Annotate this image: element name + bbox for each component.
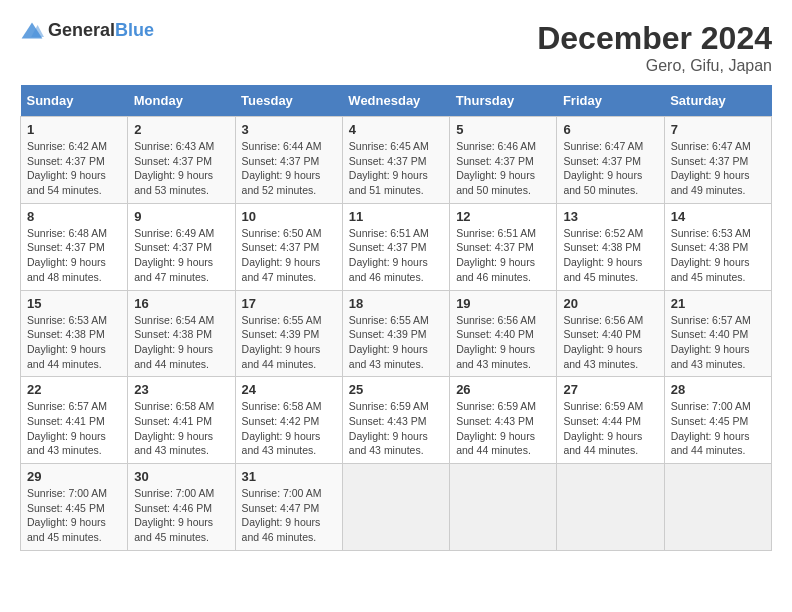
- day-number: 30: [134, 469, 228, 484]
- logo: GeneralBlue: [20, 20, 154, 41]
- day-header-friday: Friday: [557, 85, 664, 117]
- calendar-cell: [557, 464, 664, 551]
- title-area: December 2024 Gero, Gifu, Japan: [537, 20, 772, 75]
- calendar-cell: 3 Sunrise: 6:44 AM Sunset: 4:37 PM Dayli…: [235, 117, 342, 204]
- calendar-cell: 2 Sunrise: 6:43 AM Sunset: 4:37 PM Dayli…: [128, 117, 235, 204]
- week-row-4: 22 Sunrise: 6:57 AM Sunset: 4:41 PM Dayl…: [21, 377, 772, 464]
- day-number: 26: [456, 382, 550, 397]
- day-info: Sunrise: 6:55 AM Sunset: 4:39 PM Dayligh…: [349, 313, 443, 372]
- week-row-5: 29 Sunrise: 7:00 AM Sunset: 4:45 PM Dayl…: [21, 464, 772, 551]
- day-info: Sunrise: 6:57 AM Sunset: 4:40 PM Dayligh…: [671, 313, 765, 372]
- calendar-cell: 21 Sunrise: 6:57 AM Sunset: 4:40 PM Dayl…: [664, 290, 771, 377]
- day-number: 11: [349, 209, 443, 224]
- calendar-cell: 28 Sunrise: 7:00 AM Sunset: 4:45 PM Dayl…: [664, 377, 771, 464]
- day-info: Sunrise: 7:00 AM Sunset: 4:47 PM Dayligh…: [242, 486, 336, 545]
- day-number: 21: [671, 296, 765, 311]
- calendar-cell: 12 Sunrise: 6:51 AM Sunset: 4:37 PM Dayl…: [450, 203, 557, 290]
- logo-text: GeneralBlue: [48, 20, 154, 41]
- calendar-cell: 23 Sunrise: 6:58 AM Sunset: 4:41 PM Dayl…: [128, 377, 235, 464]
- day-info: Sunrise: 6:58 AM Sunset: 4:41 PM Dayligh…: [134, 399, 228, 458]
- day-info: Sunrise: 6:53 AM Sunset: 4:38 PM Dayligh…: [671, 226, 765, 285]
- day-info: Sunrise: 6:43 AM Sunset: 4:37 PM Dayligh…: [134, 139, 228, 198]
- day-header-wednesday: Wednesday: [342, 85, 449, 117]
- calendar-cell: 11 Sunrise: 6:51 AM Sunset: 4:37 PM Dayl…: [342, 203, 449, 290]
- day-number: 13: [563, 209, 657, 224]
- main-title: December 2024: [537, 20, 772, 57]
- day-number: 14: [671, 209, 765, 224]
- calendar-cell: 31 Sunrise: 7:00 AM Sunset: 4:47 PM Dayl…: [235, 464, 342, 551]
- calendar-cell: 24 Sunrise: 6:58 AM Sunset: 4:42 PM Dayl…: [235, 377, 342, 464]
- day-number: 18: [349, 296, 443, 311]
- calendar-cell: [342, 464, 449, 551]
- day-number: 28: [671, 382, 765, 397]
- day-info: Sunrise: 7:00 AM Sunset: 4:46 PM Dayligh…: [134, 486, 228, 545]
- calendar-cell: 8 Sunrise: 6:48 AM Sunset: 4:37 PM Dayli…: [21, 203, 128, 290]
- day-info: Sunrise: 6:42 AM Sunset: 4:37 PM Dayligh…: [27, 139, 121, 198]
- calendar-cell: 10 Sunrise: 6:50 AM Sunset: 4:37 PM Dayl…: [235, 203, 342, 290]
- day-header-saturday: Saturday: [664, 85, 771, 117]
- day-number: 16: [134, 296, 228, 311]
- day-number: 8: [27, 209, 121, 224]
- day-info: Sunrise: 6:56 AM Sunset: 4:40 PM Dayligh…: [456, 313, 550, 372]
- day-number: 2: [134, 122, 228, 137]
- calendar-cell: 7 Sunrise: 6:47 AM Sunset: 4:37 PM Dayli…: [664, 117, 771, 204]
- day-number: 15: [27, 296, 121, 311]
- calendar-cell: 16 Sunrise: 6:54 AM Sunset: 4:38 PM Dayl…: [128, 290, 235, 377]
- day-info: Sunrise: 6:48 AM Sunset: 4:37 PM Dayligh…: [27, 226, 121, 285]
- day-number: 24: [242, 382, 336, 397]
- day-info: Sunrise: 6:47 AM Sunset: 4:37 PM Dayligh…: [671, 139, 765, 198]
- day-number: 7: [671, 122, 765, 137]
- day-info: Sunrise: 6:45 AM Sunset: 4:37 PM Dayligh…: [349, 139, 443, 198]
- calendar-cell: 13 Sunrise: 6:52 AM Sunset: 4:38 PM Dayl…: [557, 203, 664, 290]
- calendar-cell: 26 Sunrise: 6:59 AM Sunset: 4:43 PM Dayl…: [450, 377, 557, 464]
- calendar-cell: 30 Sunrise: 7:00 AM Sunset: 4:46 PM Dayl…: [128, 464, 235, 551]
- calendar-cell: 9 Sunrise: 6:49 AM Sunset: 4:37 PM Dayli…: [128, 203, 235, 290]
- day-info: Sunrise: 6:44 AM Sunset: 4:37 PM Dayligh…: [242, 139, 336, 198]
- calendar-cell: 1 Sunrise: 6:42 AM Sunset: 4:37 PM Dayli…: [21, 117, 128, 204]
- calendar-cell: [664, 464, 771, 551]
- day-info: Sunrise: 6:58 AM Sunset: 4:42 PM Dayligh…: [242, 399, 336, 458]
- day-info: Sunrise: 6:59 AM Sunset: 4:43 PM Dayligh…: [349, 399, 443, 458]
- day-number: 31: [242, 469, 336, 484]
- day-number: 9: [134, 209, 228, 224]
- days-header-row: SundayMondayTuesdayWednesdayThursdayFrid…: [21, 85, 772, 117]
- calendar-cell: 17 Sunrise: 6:55 AM Sunset: 4:39 PM Dayl…: [235, 290, 342, 377]
- day-info: Sunrise: 6:55 AM Sunset: 4:39 PM Dayligh…: [242, 313, 336, 372]
- day-header-thursday: Thursday: [450, 85, 557, 117]
- day-info: Sunrise: 6:54 AM Sunset: 4:38 PM Dayligh…: [134, 313, 228, 372]
- day-info: Sunrise: 6:51 AM Sunset: 4:37 PM Dayligh…: [349, 226, 443, 285]
- calendar-cell: 6 Sunrise: 6:47 AM Sunset: 4:37 PM Dayli…: [557, 117, 664, 204]
- day-info: Sunrise: 6:50 AM Sunset: 4:37 PM Dayligh…: [242, 226, 336, 285]
- day-info: Sunrise: 6:46 AM Sunset: 4:37 PM Dayligh…: [456, 139, 550, 198]
- calendar-cell: 15 Sunrise: 6:53 AM Sunset: 4:38 PM Dayl…: [21, 290, 128, 377]
- day-info: Sunrise: 6:59 AM Sunset: 4:44 PM Dayligh…: [563, 399, 657, 458]
- calendar-cell: 19 Sunrise: 6:56 AM Sunset: 4:40 PM Dayl…: [450, 290, 557, 377]
- day-number: 5: [456, 122, 550, 137]
- calendar-cell: 14 Sunrise: 6:53 AM Sunset: 4:38 PM Dayl…: [664, 203, 771, 290]
- calendar-cell: 25 Sunrise: 6:59 AM Sunset: 4:43 PM Dayl…: [342, 377, 449, 464]
- day-number: 3: [242, 122, 336, 137]
- calendar-cell: 5 Sunrise: 6:46 AM Sunset: 4:37 PM Dayli…: [450, 117, 557, 204]
- day-info: Sunrise: 7:00 AM Sunset: 4:45 PM Dayligh…: [671, 399, 765, 458]
- logo-icon: [20, 21, 44, 41]
- day-info: Sunrise: 7:00 AM Sunset: 4:45 PM Dayligh…: [27, 486, 121, 545]
- week-row-1: 1 Sunrise: 6:42 AM Sunset: 4:37 PM Dayli…: [21, 117, 772, 204]
- day-number: 22: [27, 382, 121, 397]
- day-number: 1: [27, 122, 121, 137]
- calendar-cell: 20 Sunrise: 6:56 AM Sunset: 4:40 PM Dayl…: [557, 290, 664, 377]
- day-number: 29: [27, 469, 121, 484]
- day-number: 10: [242, 209, 336, 224]
- day-header-tuesday: Tuesday: [235, 85, 342, 117]
- calendar-cell: 22 Sunrise: 6:57 AM Sunset: 4:41 PM Dayl…: [21, 377, 128, 464]
- day-number: 6: [563, 122, 657, 137]
- day-info: Sunrise: 6:49 AM Sunset: 4:37 PM Dayligh…: [134, 226, 228, 285]
- week-row-2: 8 Sunrise: 6:48 AM Sunset: 4:37 PM Dayli…: [21, 203, 772, 290]
- day-info: Sunrise: 6:56 AM Sunset: 4:40 PM Dayligh…: [563, 313, 657, 372]
- day-header-monday: Monday: [128, 85, 235, 117]
- week-row-3: 15 Sunrise: 6:53 AM Sunset: 4:38 PM Dayl…: [21, 290, 772, 377]
- day-number: 27: [563, 382, 657, 397]
- day-number: 4: [349, 122, 443, 137]
- day-number: 25: [349, 382, 443, 397]
- day-info: Sunrise: 6:52 AM Sunset: 4:38 PM Dayligh…: [563, 226, 657, 285]
- day-number: 19: [456, 296, 550, 311]
